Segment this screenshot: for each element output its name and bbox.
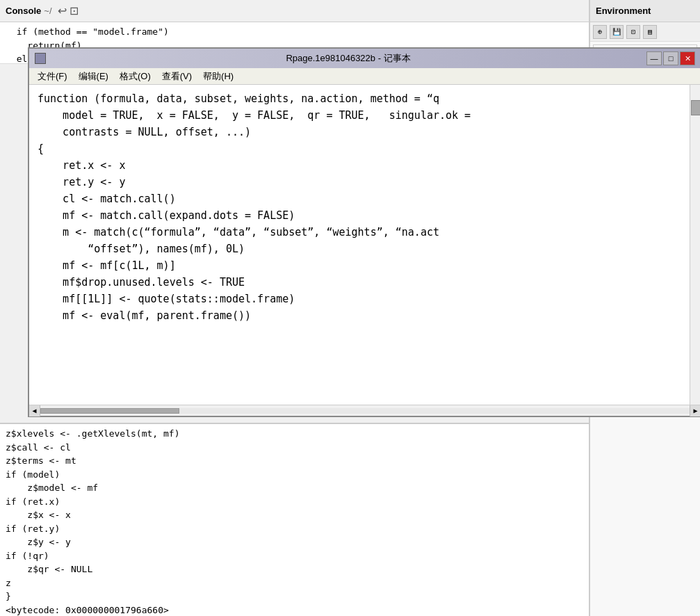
notepad-maximize-button[interactable]: □ [663, 51, 678, 65]
environment-title: Environment [596, 6, 651, 16]
console-bottom-line-13: } [6, 590, 628, 603]
code-line-5: ret.x <- x [38, 157, 692, 174]
notepad-menubar: 文件(F) 编辑(E) 格式(O) 查看(V) 帮助(H) [29, 68, 700, 85]
environment-header: Environment [590, 0, 700, 22]
code-line-8: mf <- match.call(expand.dots = FALSE) [38, 207, 692, 224]
menu-edit[interactable]: 编辑(E) [73, 69, 114, 84]
console-bottom-line-11: z$qr <- NULL [6, 562, 628, 576]
hscroll-thumb[interactable] [40, 408, 179, 414]
toolbar-icon-4[interactable]: ▤ [643, 25, 657, 39]
console-bottom-line-1: z$xlevels <- .getXlevels(mt, mf) [6, 427, 628, 441]
hscroll-right-btn[interactable]: ▶ [690, 405, 700, 416]
console-bottom-line-3: z$terms <- mt [6, 454, 628, 468]
notepad-content: function (formula, data, subset, weights… [29, 85, 700, 405]
menu-help[interactable]: 帮助(H) [197, 69, 239, 84]
notepad-minimize-button[interactable]: — [646, 51, 662, 65]
notepad-window-controls[interactable]: — □ ✕ [646, 51, 695, 65]
code-line-6: ret.y <- y [38, 174, 692, 191]
console-bottom-line-2: z$call <- cl [6, 441, 628, 455]
console-bottom-line-9: z$y <- y [6, 535, 628, 549]
code-line-1: function (formula, data, subset, weights… [38, 90, 692, 107]
console-separator: ~/ [44, 6, 51, 16]
console-bottom-line-4: if (model) [6, 468, 628, 482]
code-line-13: mf[[1L]] <- quote(stats::model.frame) [38, 291, 692, 307]
code-line-9: m <- match(c(“formula”, “data”, “subset”… [38, 224, 692, 241]
hscroll-track [40, 408, 690, 414]
notepad-vscroll-thumb[interactable] [691, 100, 700, 115]
code-line-14: mf <- eval(mf, parent.frame()) [38, 307, 692, 324]
console-bottom-line-14: <bytecode: 0x000000001796a660> [6, 603, 628, 617]
menu-file[interactable]: 文件(F) [32, 69, 73, 84]
code-line-12: mf$drop.unused.levels <- TRUE [38, 274, 692, 291]
environment-toolbar: ⊕ 💾 ⊡ ▤ [590, 22, 700, 42]
code-line-10: “offset”), names(mf), 0L) [38, 241, 692, 257]
console-bottom-line-5: z$model <- mf [6, 481, 628, 495]
code-line-11: mf <- mf[c(1L, m)] [38, 257, 692, 274]
console-bottom-panel: z$xlevels <- .getXlevels(mt, mf) z$call … [0, 423, 634, 616]
code-line-3: contrasts = NULL, offset, ...) [38, 124, 692, 140]
notepad-hscrollbar[interactable]: ◀ ▶ [29, 405, 700, 416]
console-back-icon[interactable]: ↩ [58, 4, 67, 17]
notepad-app-icon [35, 53, 46, 64]
console-bottom-line-6: if (ret.x) [6, 495, 628, 509]
notepad-vscrollbar[interactable] [690, 85, 700, 405]
notepad-titlebar: Rpage.1e981046322b - 记事本 — □ ✕ [29, 49, 700, 68]
code-line-7: cl <- match.call() [38, 191, 692, 207]
toolbar-icon-1[interactable]: ⊕ [593, 25, 607, 39]
notepad-window: Rpage.1e981046322b - 记事本 — □ ✕ 文件(F) 编辑(… [28, 47, 700, 417]
code-line-2: model = TRUE, x = FALSE, y = FALSE, qr =… [38, 107, 692, 124]
notepad-title: Rpage.1e981046322b - 记事本 [50, 52, 646, 65]
console-bottom-line-12: z [6, 576, 628, 590]
menu-format[interactable]: 格式(O) [114, 69, 156, 84]
notepad-close-button[interactable]: ✕ [680, 51, 695, 65]
console-grid-icon[interactable]: ⊡ [70, 4, 79, 17]
console-toolbar: ↩ ⊡ [58, 4, 79, 17]
toolbar-icon-3[interactable]: ⊡ [626, 25, 640, 39]
code-line-4: { [38, 140, 692, 157]
console-bottom-line-10: if (!qr) [6, 549, 628, 563]
console-title: Console [6, 6, 41, 16]
hscroll-left-btn[interactable]: ◀ [29, 405, 40, 416]
toolbar-icon-2[interactable]: 💾 [610, 25, 624, 39]
console-bottom-line-7: z$x <- x [6, 508, 628, 522]
menu-view[interactable]: 查看(V) [156, 69, 197, 84]
console-bottom-line-8: if (ret.y) [6, 522, 628, 536]
